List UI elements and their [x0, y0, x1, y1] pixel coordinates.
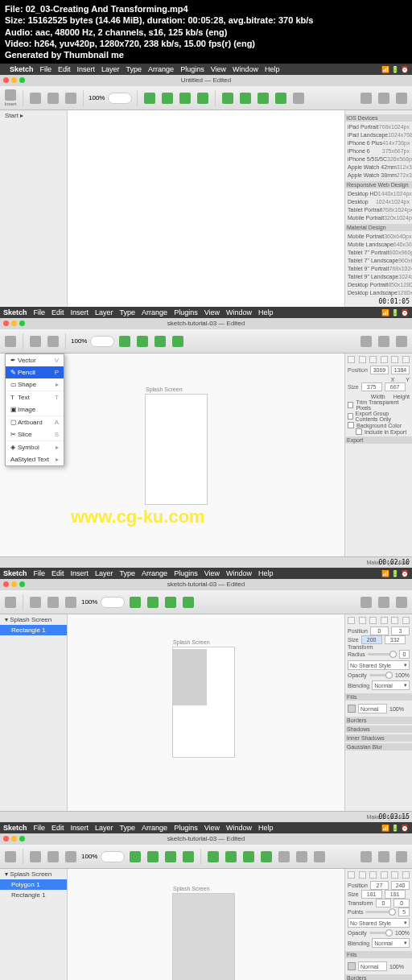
- menu-window[interactable]: Window: [233, 65, 258, 73]
- insert-shape[interactable]: ▭Shape▸: [6, 378, 64, 391]
- preset-item[interactable]: Mobile Portrait360x640px: [348, 233, 410, 241]
- preset-item[interactable]: iPad Portrait768x1024px: [348, 123, 410, 131]
- create-symbol-button[interactable]: [64, 851, 78, 862]
- insert-button[interactable]: [3, 336, 18, 347]
- menu-edit[interactable]: Edit: [52, 824, 64, 832]
- insert-button[interactable]: Insert: [3, 89, 18, 106]
- transform-button[interactable]: [146, 597, 160, 608]
- menu-plugins[interactable]: Plugins: [174, 308, 198, 316]
- fill-swatch[interactable]: [348, 705, 356, 713]
- position-y[interactable]: 1384: [391, 366, 410, 374]
- export-button[interactable]: [394, 597, 409, 608]
- rotate-button[interactable]: [163, 597, 178, 608]
- ungroup-button[interactable]: [46, 597, 60, 608]
- intersect-button[interactable]: [241, 851, 256, 862]
- menu-type[interactable]: Type: [120, 824, 136, 832]
- menu-file[interactable]: File: [40, 65, 52, 73]
- menu-arrange[interactable]: Arrange: [148, 65, 174, 73]
- menu-edit[interactable]: Edit: [52, 308, 64, 316]
- preset-item[interactable]: iPhone 5/5S/5C320x568px: [348, 155, 410, 163]
- subtract-button[interactable]: [238, 93, 253, 104]
- size-h[interactable]: 667: [385, 382, 406, 391]
- search-input[interactable]: [90, 336, 114, 347]
- menu-view[interactable]: View: [204, 569, 220, 577]
- create-symbol-button[interactable]: [64, 597, 78, 608]
- insert-artboard[interactable]: ▢ArtboardA: [6, 416, 64, 428]
- insert-slice[interactable]: ✂SliceS: [6, 428, 64, 440]
- rectangle-shape[interactable]: [173, 649, 207, 705]
- mirror-button[interactable]: [359, 336, 373, 347]
- position-x[interactable]: 0: [370, 626, 389, 635]
- subtract-button[interactable]: [224, 851, 238, 862]
- position-x[interactable]: 3069: [370, 366, 389, 374]
- view-button[interactable]: [377, 597, 391, 608]
- menu-plugins[interactable]: Plugins: [174, 569, 198, 577]
- transform-button[interactable]: [160, 93, 175, 104]
- preset-item[interactable]: iPhone 6375x667px: [348, 147, 410, 155]
- insert-button[interactable]: [3, 597, 18, 608]
- menu-arrange[interactable]: Arrange: [142, 824, 167, 832]
- menu-insert[interactable]: Insert: [71, 308, 89, 316]
- menu-view[interactable]: View: [204, 824, 220, 832]
- menu-type[interactable]: Type: [120, 308, 136, 316]
- ungroup-button[interactable]: [46, 851, 60, 862]
- edit-button[interactable]: [128, 597, 142, 608]
- group-button[interactable]: [28, 336, 43, 347]
- insert-symbol[interactable]: ◈Symbol▸: [6, 440, 64, 453]
- position-x[interactable]: 27: [370, 881, 389, 890]
- insert-dropdown[interactable]: ✒VectorV ✎PencilP ▭Shape▸ TTextT ▣Image …: [5, 354, 64, 466]
- layer-artboard[interactable]: ▾ Splash Screen: [0, 869, 67, 879]
- preset-item[interactable]: Apple Watch 42mm312x390px: [348, 163, 410, 172]
- transform-2[interactable]: 0: [393, 899, 410, 908]
- menu-help[interactable]: Help: [258, 824, 274, 832]
- artboard-presets[interactable]: iOS Devices iPad Portrait768x1024px iPad…: [344, 110, 412, 307]
- opacity-slider[interactable]: [369, 674, 393, 676]
- view-button[interactable]: [377, 851, 391, 862]
- window-controls[interactable]: [3, 320, 25, 326]
- window-controls[interactable]: [3, 77, 25, 83]
- preset-item[interactable]: Desktop Landscape1280x850px: [348, 289, 410, 297]
- preset-item[interactable]: Desktop HD1440x1024px: [348, 190, 410, 198]
- points-slider[interactable]: [365, 911, 396, 913]
- preset-item[interactable]: Tablet Portrait768x1024px: [348, 206, 410, 214]
- menu-file[interactable]: File: [34, 824, 46, 832]
- radius-value[interactable]: 0: [399, 650, 410, 659]
- menu-layer[interactable]: Layer: [95, 824, 113, 832]
- window-controls[interactable]: [3, 836, 25, 841]
- export-group-checkbox[interactable]: Export Group Contents Only: [348, 411, 410, 422]
- preset-group-ios[interactable]: iOS Devices: [345, 114, 412, 122]
- app-name[interactable]: Sketch: [3, 569, 27, 577]
- mirror-button[interactable]: [359, 851, 373, 862]
- position-y[interactable]: 240: [391, 881, 410, 890]
- menu-help[interactable]: Help: [258, 569, 274, 577]
- app-name[interactable]: Sketch: [3, 824, 27, 832]
- menu-insert[interactable]: Insert: [71, 824, 89, 832]
- insert-styled-text[interactable]: AaStyled Text▸: [6, 453, 64, 465]
- group-button[interactable]: [28, 597, 43, 608]
- union-button[interactable]: [220, 93, 235, 104]
- artboard[interactable]: Splash Screen: [145, 394, 208, 505]
- inspector[interactable]: Position03 Size200332 Transform Radius0 …: [344, 614, 412, 811]
- group-button[interactable]: [28, 851, 43, 862]
- search-input[interactable]: [101, 851, 125, 862]
- menu-plugins[interactable]: Plugins: [180, 65, 204, 73]
- rotate-button[interactable]: [153, 336, 167, 347]
- difference-button[interactable]: [274, 93, 288, 104]
- transform-button[interactable]: [146, 851, 160, 862]
- include-export-checkbox[interactable]: Include in Export: [356, 428, 410, 435]
- menu-window[interactable]: Window: [226, 824, 252, 832]
- menu-file[interactable]: File: [34, 569, 46, 577]
- view-button[interactable]: [377, 336, 391, 347]
- app-name[interactable]: Sketch: [10, 65, 34, 73]
- create-symbol-button[interactable]: [64, 93, 78, 104]
- blend-dropdown[interactable]: Normal▾: [372, 680, 410, 690]
- transform-1[interactable]: 0: [376, 899, 392, 908]
- trim-checkbox[interactable]: Trim Transparent Pixels: [348, 399, 410, 411]
- menu-layer[interactable]: Layer: [101, 65, 120, 73]
- view-button[interactable]: [377, 93, 391, 104]
- flatten-button[interactable]: [277, 851, 291, 862]
- difference-button[interactable]: [259, 851, 274, 862]
- preset-item[interactable]: iPhone 6 Plus414x736px: [348, 139, 410, 147]
- scale-button[interactable]: [181, 851, 196, 862]
- menu-window[interactable]: Window: [226, 308, 252, 316]
